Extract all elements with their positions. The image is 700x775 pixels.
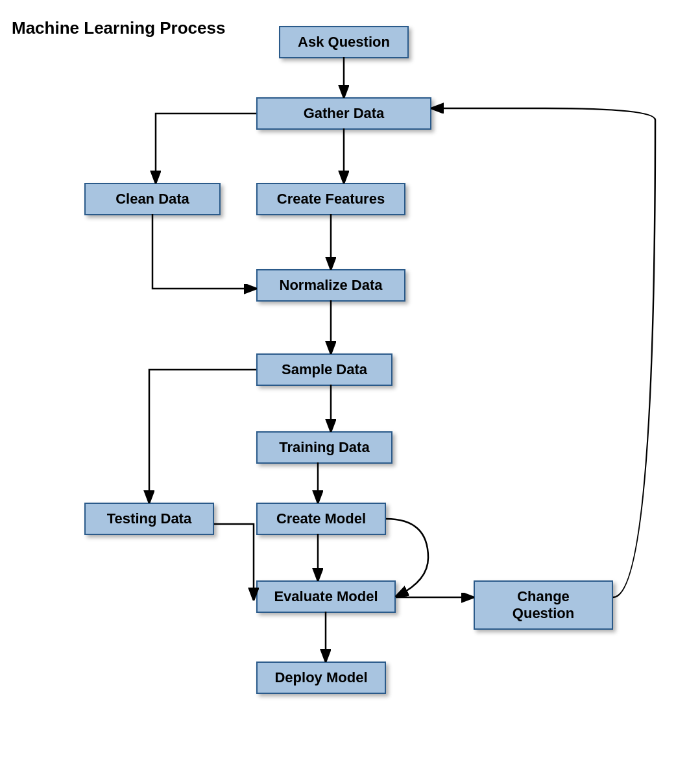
box-evaluate-model: Evaluate Model <box>256 580 396 613</box>
box-sample-data: Sample Data <box>256 353 392 386</box>
box-create-model: Create Model <box>256 503 386 535</box>
box-change-question: Change Question <box>474 580 613 630</box>
box-create-features: Create Features <box>256 183 405 215</box>
box-training-data: Training Data <box>256 431 392 464</box>
box-testing-data: Testing Data <box>84 503 214 535</box>
box-deploy-model: Deploy Model <box>256 662 386 694</box>
box-gather-data: Gather Data <box>256 97 431 130</box>
box-clean-data: Clean Data <box>84 183 221 215</box>
page-title: Machine Learning Process <box>12 18 225 38</box>
box-normalize-data: Normalize Data <box>256 269 405 302</box>
box-ask-question: Ask Question <box>279 26 409 58</box>
